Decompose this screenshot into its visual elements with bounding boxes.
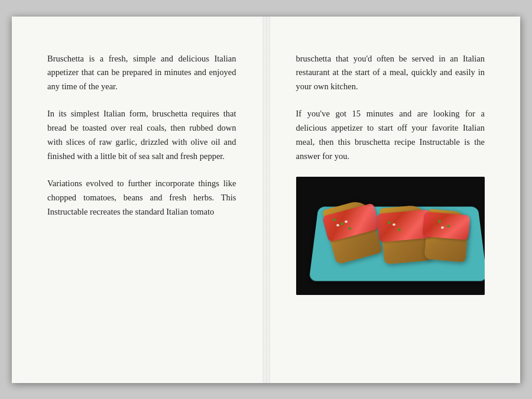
white-dot-2 (345, 220, 348, 223)
herb-dot-1 (333, 218, 336, 221)
herb-dot-4 (388, 221, 391, 224)
food-image-inner (296, 177, 485, 295)
left-paragraph-1: Bruschetta is a fresh, simple and delici… (47, 52, 236, 95)
book-spread: Bruschetta is a fresh, simple and delici… (12, 17, 520, 383)
topping-3 (422, 212, 470, 241)
herb-dot-5 (398, 228, 401, 231)
white-dot-4 (441, 226, 444, 229)
herb-dot-7 (447, 225, 450, 228)
left-paragraph-3: Variations evolved to further incorporat… (47, 177, 236, 219)
bruschetta-image (296, 177, 485, 295)
herb-dot-2 (340, 222, 343, 225)
herb-dot-3 (348, 227, 351, 230)
page-right: bruschetta that you'd often be served in… (267, 17, 521, 383)
right-paragraph-2: If you've got 15 minutes and are looking… (296, 107, 485, 164)
left-paragraph-2: In its simplest Italian form, bruschetta… (47, 107, 236, 164)
page-left: Bruschetta is a fresh, simple and delici… (12, 17, 267, 383)
white-dot-1 (336, 224, 339, 226)
right-paragraph-1: bruschetta that you'd often be served in… (296, 52, 485, 95)
white-dot-3 (392, 223, 395, 226)
herb-dot-6 (438, 220, 441, 223)
